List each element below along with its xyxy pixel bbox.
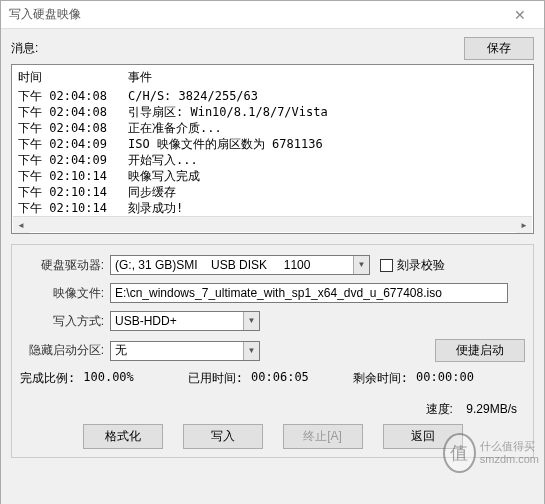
- hidden-boot-select[interactable]: 无 ▼: [110, 341, 260, 361]
- chevron-down-icon: ▼: [353, 256, 369, 274]
- remain-label: 剩余时间:: [353, 370, 408, 387]
- message-label: 消息:: [11, 40, 464, 57]
- horizontal-scrollbar[interactable]: ◄ ►: [13, 216, 532, 232]
- scroll-right-icon[interactable]: ►: [516, 217, 532, 233]
- log-event: 映像写入完成: [128, 168, 527, 184]
- verify-checkbox[interactable]: 刻录校验: [380, 257, 445, 274]
- hidden-boot-label: 隐藏启动分区:: [20, 342, 110, 359]
- log-time: 下午 02:04:09: [18, 152, 128, 168]
- log-event: 刻录成功!: [128, 200, 527, 216]
- log-event: C/H/S: 3824/255/63: [128, 88, 527, 104]
- elapsed-pair: 已用时间: 00:06:05: [188, 370, 309, 387]
- log-time: 下午 02:10:14: [18, 168, 128, 184]
- log-row[interactable]: 下午 02:04:08C/H/S: 3824/255/63: [14, 88, 531, 104]
- chevron-down-icon: ▼: [243, 312, 259, 330]
- log-event: 同步缓存: [128, 184, 527, 200]
- speed-row: 速度: 9.29MB/s: [20, 401, 525, 418]
- write-mode-label: 写入方式:: [20, 313, 110, 330]
- log-row[interactable]: 下午 02:10:14同步缓存: [14, 184, 531, 200]
- chevron-down-icon: ▼: [243, 342, 259, 360]
- log-time: 下午 02:10:14: [18, 184, 128, 200]
- log-time: 下午 02:04:08: [18, 120, 128, 136]
- speed-label: 速度:: [426, 402, 453, 416]
- content-area: 消息: 保存 时间 事件 下午 02:04:08C/H/S: 3824/255/…: [1, 29, 544, 504]
- log-event: 引导扇区: Win10/8.1/8/7/Vista: [128, 104, 527, 120]
- status-row: 完成比例: 100.00% 已用时间: 00:06:05 剩余时间: 00:00…: [20, 370, 525, 387]
- log-time: 下午 02:04:08: [18, 88, 128, 104]
- elapsed-label: 已用时间:: [188, 370, 243, 387]
- save-button[interactable]: 保存: [464, 37, 534, 60]
- log-row[interactable]: 下午 02:10:14刻录成功!: [14, 200, 531, 216]
- write-button[interactable]: 写入: [183, 424, 263, 449]
- log-time: 下午 02:04:09: [18, 136, 128, 152]
- hidden-boot-value: 无: [111, 342, 243, 359]
- back-button[interactable]: 返回: [383, 424, 463, 449]
- dialog-window: 写入硬盘映像 ✕ 消息: 保存 时间 事件 下午 02:04:08C/H/S: …: [0, 0, 545, 504]
- scroll-left-icon[interactable]: ◄: [13, 217, 29, 233]
- log-header: 时间 事件: [14, 67, 531, 88]
- image-path-input[interactable]: [110, 283, 508, 303]
- message-row: 消息: 保存: [11, 37, 534, 60]
- write-mode-select[interactable]: USB-HDD+ ▼: [110, 311, 260, 331]
- log-row[interactable]: 下午 02:04:09开始写入...: [14, 152, 531, 168]
- remain-pair: 剩余时间: 00:00:00: [353, 370, 474, 387]
- progress-pair: 完成比例: 100.00%: [20, 370, 134, 387]
- col-header-event[interactable]: 事件: [128, 69, 527, 86]
- log-event: ISO 映像文件的扇区数为 6781136: [128, 136, 527, 152]
- abort-button: 终止[A]: [283, 424, 363, 449]
- format-button[interactable]: 格式化: [83, 424, 163, 449]
- drive-row: 硬盘驱动器: (G:, 31 GB)SMI USB DISK 1100 ▼ 刻录…: [20, 255, 525, 275]
- log-row[interactable]: 下午 02:04:09ISO 映像文件的扇区数为 6781136: [14, 136, 531, 152]
- drive-select[interactable]: (G:, 31 GB)SMI USB DISK 1100 ▼: [110, 255, 370, 275]
- write-mode-value: USB-HDD+: [111, 314, 243, 328]
- log-row[interactable]: 下午 02:10:14映像写入完成: [14, 168, 531, 184]
- scroll-track[interactable]: [29, 217, 516, 232]
- drive-value: (G:, 31 GB)SMI USB DISK 1100: [111, 258, 353, 272]
- remain-value: 00:00:00: [416, 370, 474, 387]
- quick-boot-button[interactable]: 便捷启动: [435, 339, 525, 362]
- elapsed-value: 00:06:05: [251, 370, 309, 387]
- window-title: 写入硬盘映像: [9, 6, 500, 23]
- log-row[interactable]: 下午 02:04:08正在准备介质...: [14, 120, 531, 136]
- progress-value: 100.00%: [83, 370, 134, 387]
- write-mode-row: 写入方式: USB-HDD+ ▼: [20, 311, 525, 331]
- image-label: 映像文件:: [20, 285, 110, 302]
- checkbox-icon: [380, 259, 393, 272]
- image-row: 映像文件:: [20, 283, 525, 303]
- titlebar: 写入硬盘映像 ✕: [1, 1, 544, 29]
- hidden-boot-row: 隐藏启动分区: 无 ▼ 便捷启动: [20, 339, 525, 362]
- log-listbox[interactable]: 时间 事件 下午 02:04:08C/H/S: 3824/255/63下午 02…: [11, 64, 534, 234]
- log-event: 开始写入...: [128, 152, 527, 168]
- bottom-button-row: 格式化 写入 终止[A] 返回: [20, 424, 525, 449]
- log-time: 下午 02:10:14: [18, 200, 128, 216]
- log-body: 下午 02:04:08C/H/S: 3824/255/63下午 02:04:08…: [14, 88, 531, 216]
- options-panel: 硬盘驱动器: (G:, 31 GB)SMI USB DISK 1100 ▼ 刻录…: [11, 244, 534, 458]
- close-icon: ✕: [514, 7, 526, 23]
- speed-value: 9.29MB/s: [466, 402, 517, 416]
- col-header-time[interactable]: 时间: [18, 69, 128, 86]
- log-time: 下午 02:04:08: [18, 104, 128, 120]
- log-event: 正在准备介质...: [128, 120, 527, 136]
- verify-label: 刻录校验: [397, 257, 445, 274]
- progress-label: 完成比例:: [20, 370, 75, 387]
- drive-label: 硬盘驱动器:: [20, 257, 110, 274]
- close-button[interactable]: ✕: [500, 4, 540, 26]
- log-row[interactable]: 下午 02:04:08引导扇区: Win10/8.1/8/7/Vista: [14, 104, 531, 120]
